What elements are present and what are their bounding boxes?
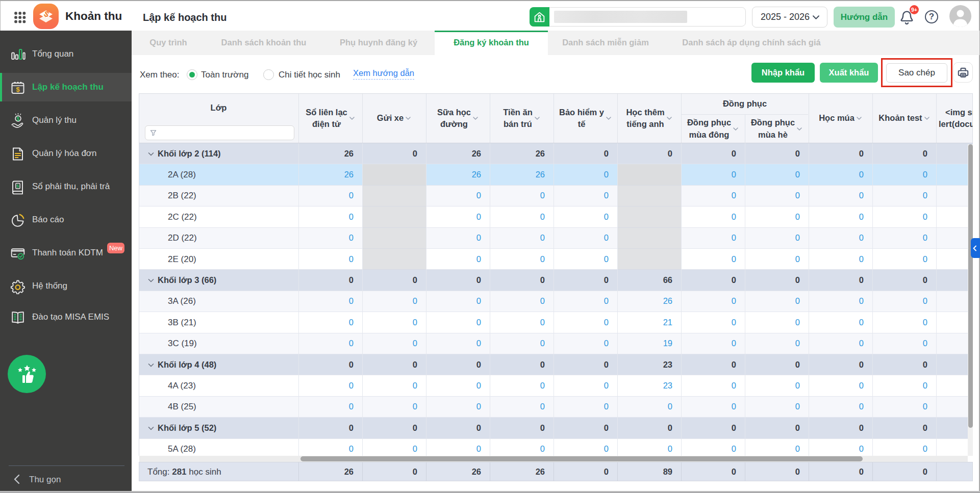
svg-text:$: $ bbox=[17, 116, 20, 122]
svg-text:$: $ bbox=[16, 183, 19, 189]
svg-text:$: $ bbox=[16, 86, 20, 93]
